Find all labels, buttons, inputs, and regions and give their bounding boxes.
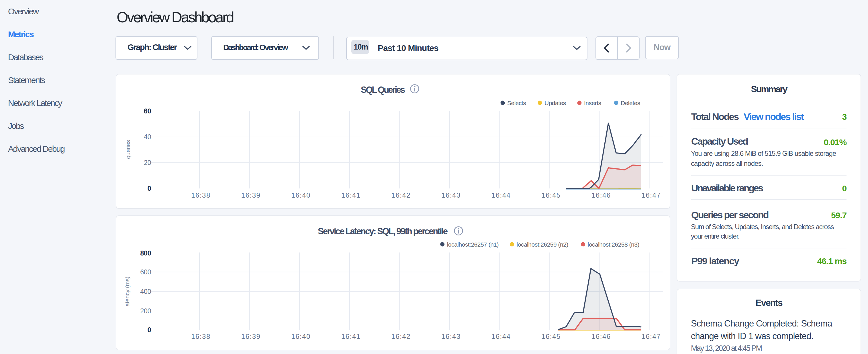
svg-text:16:44: 16:44 [492,332,511,340]
svg-text:60: 60 [144,107,151,115]
svg-text:16:44: 16:44 [492,191,511,199]
svg-text:Deletes: Deletes [621,100,640,106]
svg-text:600: 600 [140,268,151,276]
svg-text:queries: queries [125,140,131,159]
svg-text:16:46: 16:46 [591,191,611,199]
svg-text:20: 20 [144,159,151,166]
svg-text:localhost:26257 (n1): localhost:26257 (n1) [447,241,499,248]
svg-text:latency (ms): latency (ms) [124,277,130,308]
svg-text:16:46: 16:46 [591,332,611,340]
svg-text:16:39: 16:39 [241,332,261,340]
svg-text:localhost:26259 (n2): localhost:26259 (n2) [517,241,568,248]
svg-text:16:42: 16:42 [392,332,411,340]
svg-text:16:38: 16:38 [191,332,211,340]
svg-text:200: 200 [140,307,151,315]
svg-text:Selects: Selects [507,100,526,106]
svg-text:Inserts: Inserts [584,100,601,106]
svg-text:16:40: 16:40 [291,332,311,340]
svg-text:0: 0 [147,326,151,334]
svg-text:localhost:26258 (n3): localhost:26258 (n3) [588,241,639,248]
svg-text:16:45: 16:45 [541,332,561,340]
svg-text:800: 800 [140,250,151,257]
svg-text:16:41: 16:41 [341,191,361,199]
svg-text:16:42: 16:42 [392,191,411,199]
svg-text:16:47: 16:47 [642,332,661,340]
svg-text:16:47: 16:47 [642,191,661,199]
svg-text:Service Latency: SQL, 99th per: Service Latency: SQL, 99th percentile [318,226,448,236]
svg-text:SQL Queries: SQL Queries [361,85,405,95]
svg-text:Updates: Updates [545,100,566,106]
svg-text:16:39: 16:39 [241,191,261,199]
svg-text:0: 0 [147,185,151,192]
svg-text:16:40: 16:40 [291,191,311,199]
svg-text:16:43: 16:43 [441,332,461,340]
svg-text:16:45: 16:45 [541,191,561,199]
svg-text:400: 400 [140,288,151,295]
svg-text:40: 40 [144,133,151,141]
svg-text:16:38: 16:38 [191,191,211,199]
svg-text:16:43: 16:43 [441,191,461,199]
svg-text:16:41: 16:41 [341,332,361,340]
